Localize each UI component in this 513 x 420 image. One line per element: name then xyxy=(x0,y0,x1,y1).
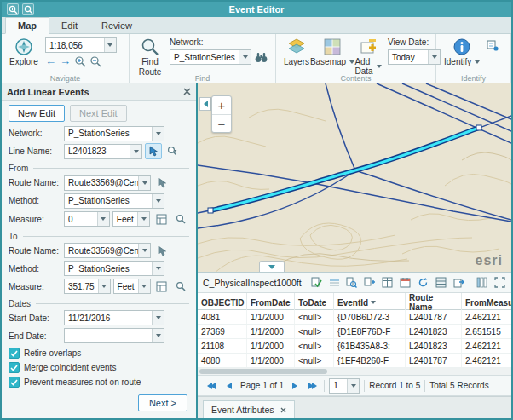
open-table-icon[interactable] xyxy=(381,275,394,290)
view-date-combobox[interactable]: Today xyxy=(388,49,441,65)
to-unit-caret[interactable] xyxy=(138,279,150,293)
previous-page-icon[interactable] xyxy=(222,379,236,393)
fixed-zoom-in-icon[interactable] xyxy=(74,55,86,67)
table-row[interactable]: 4081 1/1/2000 <null> {D70B6D72-3 L240178… xyxy=(198,310,511,325)
first-page-icon[interactable] xyxy=(205,379,218,393)
collapse-table-button[interactable] xyxy=(259,261,285,272)
map-zoom-out-button[interactable]: − xyxy=(212,114,231,132)
identify-results-icon[interactable] xyxy=(487,39,499,51)
total-records-text: Total 5 Records xyxy=(429,381,488,390)
maximize-table-icon[interactable] xyxy=(493,275,506,290)
from-method-caret[interactable] xyxy=(152,194,164,208)
end-date-combobox[interactable] xyxy=(64,328,164,343)
grid-layout-icon[interactable] xyxy=(435,275,447,290)
from-route-combobox[interactable]: Route33569@Centb xyxy=(64,175,151,191)
column-header-todate[interactable]: ToDate xyxy=(295,293,334,312)
pick-from-measure-button[interactable] xyxy=(153,211,170,227)
select-to-route-button[interactable] xyxy=(153,243,170,259)
find-route-button[interactable]: Find Route xyxy=(134,36,166,78)
ribbon-network-combobox[interactable]: P_StationSeries xyxy=(170,49,251,65)
tab-map[interactable]: Map xyxy=(5,17,49,34)
next-button[interactable]: Next > xyxy=(138,394,187,411)
merge-coincident-checkbox[interactable] xyxy=(9,362,20,373)
zoom-to-line-button[interactable] xyxy=(164,143,182,159)
column-header-frommeasure[interactable]: FromMeasure xyxy=(462,293,513,312)
page-number-combobox[interactable]: 1 xyxy=(329,378,360,394)
layers-button[interactable]: Layers xyxy=(280,36,313,68)
to-measure-combobox[interactable]: 351.75 xyxy=(64,279,111,294)
network-caret[interactable] xyxy=(152,127,164,141)
end-date-label: End Date: xyxy=(9,331,61,341)
network-combobox[interactable]: P_StationSeries xyxy=(64,126,164,141)
new-edit-button[interactable]: New Edit xyxy=(9,105,65,122)
end-date-caret[interactable] xyxy=(152,329,164,342)
to-method-combobox[interactable]: P_StationSeries xyxy=(64,261,164,276)
retire-overlaps-checkbox[interactable] xyxy=(9,348,20,359)
line-name-caret[interactable] xyxy=(130,145,141,158)
fixed-zoom-out-icon[interactable] xyxy=(89,55,101,67)
from-measure-combobox[interactable]: 0 xyxy=(64,211,110,227)
tab-edit[interactable]: Edit xyxy=(49,18,89,33)
zoom-to-selection-icon[interactable] xyxy=(345,275,358,290)
to-route-caret[interactable] xyxy=(138,244,150,257)
last-page-icon[interactable] xyxy=(306,379,320,393)
from-method-combobox[interactable]: P_StationSeries xyxy=(64,193,164,209)
to-unit-combobox[interactable]: Feet xyxy=(113,279,151,294)
line-name-combobox[interactable]: L2401823 xyxy=(64,144,142,159)
zoom-in-icon[interactable] xyxy=(7,3,19,15)
ribbon-network-caret[interactable] xyxy=(239,50,251,64)
start-date-combobox[interactable]: 11/21/2016 xyxy=(64,310,164,325)
calendar-icon[interactable] xyxy=(399,275,412,290)
prevent-measures-checkbox[interactable] xyxy=(9,377,20,388)
scrollbar-thumb[interactable] xyxy=(199,369,327,374)
column-header-objectid[interactable]: OBJECTID xyxy=(198,293,247,312)
previous-extent-icon[interactable]: ← xyxy=(45,56,56,66)
panel-close-icon[interactable] xyxy=(183,88,191,95)
tab-review[interactable]: Review xyxy=(89,18,144,33)
export-icon[interactable] xyxy=(452,275,465,290)
table-row[interactable]: 27369 1/1/2000 <null> {D1E8F76D-F L24018… xyxy=(198,325,511,339)
select-from-route-button[interactable] xyxy=(153,175,170,191)
column-chooser-icon[interactable] xyxy=(476,275,488,290)
to-method-caret[interactable] xyxy=(152,262,164,275)
scale-combobox[interactable]: 1:18,056 xyxy=(45,37,117,53)
zoom-out-icon[interactable] xyxy=(22,3,34,15)
from-unit-combobox[interactable]: Feet xyxy=(112,211,150,227)
scale-caret[interactable] xyxy=(104,38,116,52)
line-name-value: L2401823 xyxy=(65,147,130,156)
next-page-icon[interactable] xyxy=(288,379,302,393)
explore-button[interactable]: Explore xyxy=(6,36,42,68)
collapse-panel-button[interactable] xyxy=(199,97,211,111)
from-unit-caret[interactable] xyxy=(137,212,149,226)
zoom-to-from-measure-button[interactable] xyxy=(172,211,189,227)
column-header-fromdate[interactable]: FromDate xyxy=(247,293,295,312)
select-records-icon[interactable] xyxy=(310,275,323,290)
zoom-to-to-measure-button[interactable] xyxy=(173,279,190,295)
from-measure-caret[interactable] xyxy=(97,212,109,226)
table-horizontal-scrollbar[interactable] xyxy=(198,368,511,376)
map-canvas[interactable]: + − esri xyxy=(198,83,511,273)
select-line-on-map-button[interactable] xyxy=(145,143,162,159)
table-row[interactable]: 4080 1/1/2000 <null> {1EF4B260-F L240178… xyxy=(198,354,511,368)
basemap-button[interactable]: Basemap xyxy=(316,36,349,68)
column-header-routename[interactable]: Route Name xyxy=(406,293,462,312)
tab-event-attributes[interactable]: Event Attributes xyxy=(203,400,295,418)
tab-close-icon[interactable] xyxy=(280,407,286,413)
next-extent-icon[interactable]: → xyxy=(60,56,71,66)
show-selected-icon[interactable] xyxy=(328,275,341,290)
map-zoom-in-button[interactable]: + xyxy=(212,96,231,114)
add-data-button[interactable]: Add Data xyxy=(352,36,384,78)
from-route-caret[interactable] xyxy=(138,176,150,190)
binoculars-icon[interactable] xyxy=(255,52,268,63)
identify-button[interactable]: Identify xyxy=(441,36,483,68)
refresh-icon[interactable] xyxy=(417,275,429,290)
pan-to-selection-icon[interactable] xyxy=(363,275,376,290)
pick-to-measure-button[interactable] xyxy=(153,279,170,295)
table-row[interactable]: 21108 1/1/2000 <null> {61B435A8-3: L2401… xyxy=(198,339,511,354)
table-pagination: Page 1 of 1 1 Record 1 to 5 Total 5 Reco… xyxy=(198,376,511,396)
page-number-caret[interactable] xyxy=(347,379,359,393)
to-measure-caret[interactable] xyxy=(98,279,110,293)
to-route-combobox[interactable]: Route33569@Centb xyxy=(64,243,151,258)
column-header-eventid[interactable]: EventId xyxy=(334,293,406,312)
start-date-caret[interactable] xyxy=(152,311,164,325)
